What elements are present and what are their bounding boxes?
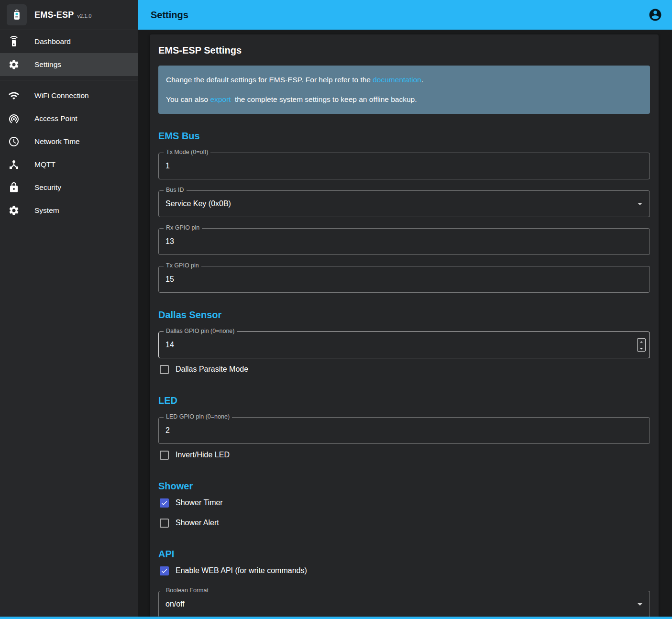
device-logo-icon — [10, 8, 23, 22]
spacer — [0, 76, 138, 80]
sidebar-item-label: Network Time — [34, 137, 80, 146]
main-column: Settings EMS-ESP Settings Change the def… — [138, 0, 672, 619]
bus-id-value: Service Key (0x0B) — [165, 199, 231, 208]
dashboard-icon — [8, 36, 20, 47]
boolean-format-select[interactable]: Boolean Format on/off — [158, 591, 650, 618]
chevron-down-icon — [634, 598, 646, 610]
documentation-link[interactable]: documentation — [373, 76, 421, 84]
app-name: EMS-ESP — [34, 10, 74, 20]
checkbox-label: Enable WEB API (for write commands) — [176, 566, 307, 575]
section-shower: Shower — [158, 480, 650, 492]
app-shell: EMS-ESP v2.1.0 Dashboard Settings — [0, 0, 672, 619]
sidebar-item-wifi-connection[interactable]: WiFi Connection — [0, 84, 138, 107]
app-logo — [7, 4, 27, 25]
settings-gear-icon — [8, 59, 20, 70]
sidebar-item-settings[interactable]: Settings — [0, 53, 138, 76]
led-gpio-input[interactable] — [165, 426, 643, 435]
bus-id-select[interactable]: Bus ID Service Key (0x0B) — [158, 190, 650, 217]
section-ems-bus: EMS Bus — [158, 130, 650, 142]
device-hub-icon — [8, 159, 20, 170]
wifi-icon — [8, 90, 20, 101]
spinner-down-icon[interactable] — [638, 345, 645, 352]
shower-timer-checkbox[interactable]: Shower Timer — [158, 494, 650, 512]
sidebar-item-system[interactable]: System — [0, 199, 138, 222]
checkbox-label: Dallas Parasite Mode — [176, 365, 248, 374]
checkbox-box[interactable] — [160, 519, 169, 528]
boolean-format-value: on/off — [165, 600, 185, 608]
appbar: Settings — [138, 0, 672, 30]
sidebar: EMS-ESP v2.1.0 Dashboard Settings — [0, 0, 138, 619]
sidebar-item-label: WiFi Connection — [34, 91, 89, 100]
tx-gpio-input[interactable] — [165, 275, 643, 284]
info-text: the complete system settings to keep an … — [233, 95, 417, 103]
spinner-up-icon[interactable] — [638, 339, 645, 345]
sidebar-item-security[interactable]: Security — [0, 176, 138, 199]
sidebar-item-access-point[interactable]: Access Point — [0, 107, 138, 130]
sidebar-item-label: MQTT — [34, 160, 55, 169]
led-gpio-label: LED GPIO pin (0=none) — [164, 413, 232, 420]
content-area: EMS-ESP Settings Change the default sett… — [138, 30, 672, 619]
tx-gpio-label: Tx GPIO pin — [164, 262, 201, 269]
dallas-gpio-field: Dallas GPIO pin (0=none) — [158, 332, 650, 358]
info-line-1: Change the default settings for EMS-ESP.… — [166, 74, 642, 86]
chevron-down-icon — [634, 198, 646, 210]
system-gear-icon — [8, 205, 20, 216]
lock-icon — [8, 182, 20, 193]
tx-mode-input[interactable] — [165, 162, 643, 170]
boolean-format-label: Boolean Format — [164, 587, 211, 594]
rx-gpio-input[interactable] — [165, 237, 643, 246]
check-icon — [161, 567, 168, 575]
checkbox-box[interactable] — [160, 498, 169, 508]
section-led: LED — [158, 395, 650, 406]
app-title-wrap: EMS-ESP v2.1.0 — [34, 10, 91, 20]
wifi-tethering-icon — [8, 113, 20, 124]
sidebar-item-mqtt[interactable]: MQTT — [0, 153, 138, 176]
app-version: v2.1.0 — [77, 13, 91, 19]
export-link[interactable]: export — [210, 95, 231, 103]
checkbox-box[interactable] — [160, 365, 169, 374]
checkbox-box[interactable] — [160, 451, 169, 460]
sidebar-item-label: Dashboard — [34, 37, 71, 46]
card-title: EMS-ESP Settings — [158, 45, 650, 56]
bus-id-label: Bus ID — [164, 187, 187, 193]
tx-gpio-field: Tx GPIO pin — [158, 266, 650, 293]
info-line-2: You can also export the complete system … — [166, 94, 642, 105]
sidebar-item-label: Access Point — [34, 114, 77, 123]
dallas-gpio-label: Dallas GPIO pin (0=none) — [164, 328, 237, 334]
sidebar-item-network-time[interactable]: Network Time — [0, 130, 138, 153]
section-dallas-sensor: Dallas Sensor — [158, 309, 650, 321]
info-banner: Change the default settings for EMS-ESP.… — [158, 66, 650, 114]
dallas-gpio-input[interactable] — [165, 341, 643, 349]
shower-alert-checkbox[interactable]: Shower Alert — [158, 514, 650, 532]
sidebar-item-label: Security — [34, 183, 61, 192]
section-api: API — [158, 548, 650, 560]
settings-card: EMS-ESP Settings Change the default sett… — [150, 34, 659, 619]
checkbox-box[interactable] — [160, 566, 169, 575]
enable-api-checkbox[interactable]: Enable WEB API (for write commands) — [158, 562, 650, 580]
info-text: Change the default settings for EMS-ESP.… — [166, 76, 373, 84]
sidebar-item-label: Settings — [34, 60, 61, 69]
tx-mode-label: Tx Mode (0=off) — [164, 149, 210, 155]
sidebar-item-dashboard[interactable]: Dashboard — [0, 30, 138, 53]
led-gpio-field: LED GPIO pin (0=none) — [158, 417, 650, 444]
checkbox-label: Shower Alert — [176, 519, 219, 527]
checkbox-label: Invert/Hide LED — [176, 451, 230, 459]
info-text: . — [421, 76, 423, 84]
rx-gpio-label: Rx GPIO pin — [164, 224, 202, 231]
page-title: Settings — [151, 10, 188, 21]
number-spinner[interactable] — [637, 338, 646, 352]
info-text: You can also — [166, 95, 210, 103]
account-icon[interactable] — [648, 8, 662, 22]
sidebar-header: EMS-ESP v2.1.0 — [0, 0, 138, 30]
checkbox-label: Shower Timer — [176, 498, 223, 507]
check-icon — [161, 499, 168, 507]
clock-icon — [8, 136, 20, 147]
dallas-parasite-checkbox[interactable]: Dallas Parasite Mode — [158, 360, 650, 378]
rx-gpio-field: Rx GPIO pin — [158, 228, 650, 255]
sidebar-item-label: System — [34, 206, 59, 215]
spacer — [0, 80, 138, 84]
bottom-accent-strip — [0, 617, 672, 619]
sidebar-nav: Dashboard Settings WiFi Connection — [0, 30, 138, 222]
tx-mode-field: Tx Mode (0=off) — [158, 153, 650, 179]
invert-led-checkbox[interactable]: Invert/Hide LED — [158, 446, 650, 464]
